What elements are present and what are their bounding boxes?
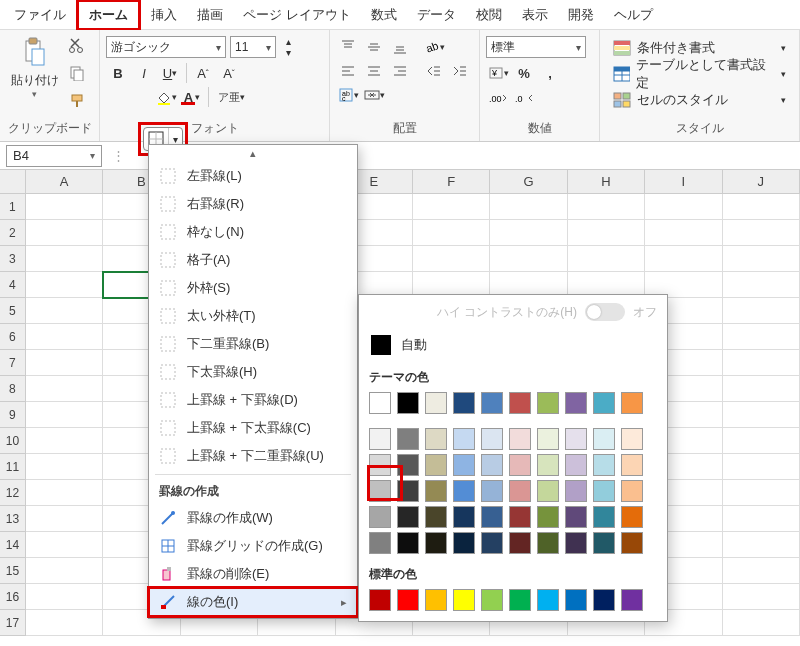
color-swatch[interactable] [369,506,391,528]
line-color-menu-item[interactable]: 線の色(I)▸ [149,588,357,616]
number-format-select[interactable]: 標準▾ [486,36,586,58]
tab-developer[interactable]: 開発 [558,2,604,28]
color-swatch[interactable] [509,532,531,554]
color-swatch[interactable] [565,532,587,554]
color-swatch[interactable] [537,454,559,476]
paste-button[interactable] [18,32,52,72]
border-menu-item[interactable]: 上罫線 + 下二重罫線(U) [149,442,357,470]
cell[interactable] [26,376,103,402]
color-swatch[interactable] [397,480,419,502]
color-swatch[interactable] [453,506,475,528]
cell[interactable] [413,246,490,272]
cell[interactable] [723,610,800,636]
color-swatch[interactable] [425,480,447,502]
tab-page-layout[interactable]: ページ レイアウト [233,2,361,28]
border-menu-item[interactable]: 右罫線(R) [149,190,357,218]
color-swatch[interactable] [481,428,503,450]
cell[interactable] [26,610,103,636]
italic-button[interactable]: I [132,62,156,84]
border-menu-item[interactable]: 外枠(S) [149,274,357,302]
cell[interactable] [26,324,103,350]
name-box[interactable]: B4▾ [6,145,102,167]
cell[interactable] [723,584,800,610]
color-swatch[interactable] [509,480,531,502]
cell[interactable] [645,194,722,220]
color-swatch[interactable] [425,589,447,611]
wrap-text-button[interactable]: abc▾ [336,84,360,106]
cell[interactable] [26,194,103,220]
border-draw-menu-item[interactable]: 罫線の作成(W) [149,504,357,532]
color-swatch[interactable] [397,532,419,554]
tab-help[interactable]: ヘルプ [604,2,663,28]
column-header[interactable]: F [413,170,490,193]
color-swatch[interactable] [593,454,615,476]
bold-button[interactable]: B [106,62,130,84]
cell[interactable] [26,584,103,610]
column-header[interactable]: G [490,170,567,193]
cell[interactable] [723,246,800,272]
color-swatch[interactable] [453,589,475,611]
phonetic-guide-button[interactable]: ア亜▾ [213,86,250,108]
cell-styles-button[interactable]: セルのスタイル▾ [608,88,791,112]
color-swatch[interactable] [593,392,615,414]
cell[interactable] [723,532,800,558]
cell[interactable] [26,350,103,376]
border-menu-item[interactable]: 左罫線(L) [149,162,357,190]
cell[interactable] [568,220,645,246]
color-swatch[interactable] [565,392,587,414]
automatic-color-row[interactable]: 自動 [369,331,657,365]
copy-button[interactable] [65,62,89,84]
color-swatch[interactable] [509,428,531,450]
fill-color-button[interactable]: ▾ [154,86,178,108]
paste-dropdown[interactable]: ▾ [32,89,37,99]
tab-review[interactable]: 校閲 [466,2,512,28]
cell[interactable] [413,194,490,220]
cell[interactable] [26,506,103,532]
color-swatch[interactable] [621,506,643,528]
high-contrast-toggle[interactable] [585,303,625,321]
cell[interactable] [723,298,800,324]
cell[interactable] [568,246,645,272]
color-swatch[interactable] [621,589,643,611]
color-swatch[interactable] [453,428,475,450]
decrease-font-button[interactable]: ▾ [280,47,296,58]
cell[interactable] [723,324,800,350]
color-swatch[interactable] [397,454,419,476]
cell[interactable] [26,220,103,246]
color-swatch[interactable] [509,589,531,611]
row-header[interactable]: 2 [0,220,26,246]
row-header[interactable]: 12 [0,480,26,506]
format-as-table-button[interactable]: テーブルとして書式設定▾ [608,62,791,86]
cell[interactable] [723,350,800,376]
align-center-button[interactable] [362,60,386,82]
tab-file[interactable]: ファイル [4,2,76,28]
color-swatch[interactable] [621,454,643,476]
column-header[interactable]: H [568,170,645,193]
tab-draw[interactable]: 描画 [187,2,233,28]
align-middle-button[interactable] [362,36,386,58]
border-draw-menu-item[interactable]: 罫線グリッドの作成(G) [149,532,357,560]
cell[interactable] [723,480,800,506]
decrease-indent-button[interactable] [422,60,446,82]
row-header[interactable]: 3 [0,246,26,272]
color-swatch[interactable] [425,428,447,450]
color-swatch[interactable] [481,532,503,554]
tab-view[interactable]: 表示 [512,2,558,28]
color-swatch[interactable] [425,532,447,554]
column-header[interactable]: A [26,170,103,193]
color-swatch[interactable] [453,480,475,502]
row-header[interactable]: 11 [0,454,26,480]
color-swatch[interactable] [453,392,475,414]
tab-formulas[interactable]: 数式 [361,2,407,28]
color-swatch[interactable] [537,589,559,611]
color-swatch[interactable] [593,589,615,611]
cell[interactable] [723,402,800,428]
border-menu-item[interactable]: 太い外枠(T) [149,302,357,330]
cell[interactable] [568,194,645,220]
cell[interactable] [26,558,103,584]
color-swatch[interactable] [453,454,475,476]
color-swatch[interactable] [397,392,419,414]
decrease-decimal-button[interactable]: .0 [512,88,536,110]
orientation-button[interactable]: ab▾ [422,36,446,58]
color-swatch[interactable] [593,428,615,450]
